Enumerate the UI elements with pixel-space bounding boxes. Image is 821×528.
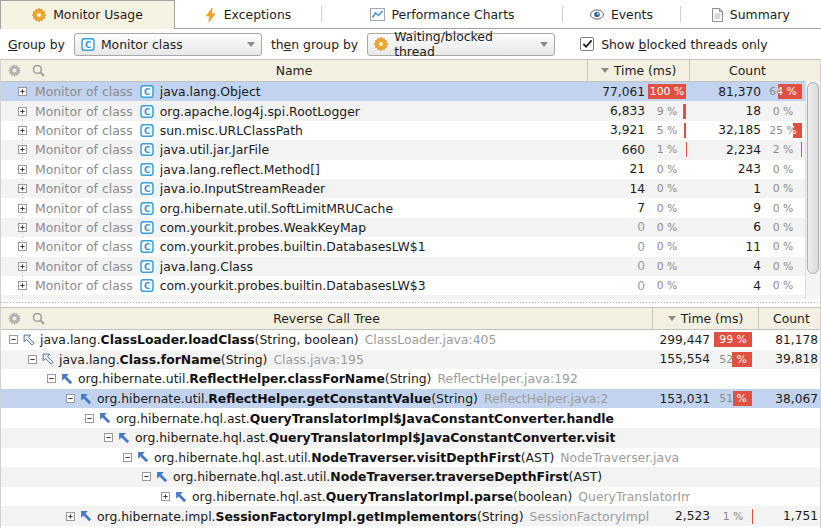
monitor-class-combo[interactable]: C Monitor class (74, 33, 262, 56)
tab-events[interactable]: Events (563, 1, 680, 28)
column-header-reverse-call-tree[interactable]: Reverse Call Tree (1, 311, 652, 326)
tab-summary[interactable]: Summary (681, 1, 821, 28)
tab-monitor-usage[interactable]: Monitor Usage (0, 0, 175, 29)
call-tree-row[interactable]: org.hibernate.hql.ast.QueryTranslatorImp… (1, 408, 820, 428)
check-icon (582, 39, 593, 49)
show-blocked-checkbox[interactable] (580, 37, 594, 51)
class-icon: C (140, 221, 154, 234)
class-icon: C (140, 163, 154, 176)
class-icon: C (140, 124, 154, 137)
call-tree-row[interactable]: org.hibernate.hql.ast.util.NodeTraverser… (1, 467, 820, 487)
method-cell: org.hibernate.hql.ast.QueryTranslatorImp… (9, 411, 690, 426)
percent-badge: 99 %99 % (714, 332, 752, 347)
table-settings-gear-icon[interactable] (8, 64, 21, 77)
call-tree-row[interactable]: org.hibernate.hql.ast.util.NodeTraverser… (1, 448, 820, 468)
table-row[interactable]: Monitor of classCcom.yourkit.probes.buil… (1, 237, 820, 256)
percent-bar: 9 % (683, 104, 686, 119)
call-tree-row[interactable]: org.hibernate.util.ReflectHelper.getCons… (1, 389, 820, 409)
table-row[interactable]: Monitor of classCjava.io.InputStreamRead… (1, 179, 820, 198)
call-tree-row[interactable]: java.lang.ClassLoader.loadClass(String, … (1, 330, 820, 350)
monitor-table-header: Name Time (ms) Count (1, 59, 820, 82)
callback-arrow-icon (80, 510, 92, 522)
table-row[interactable]: Monitor of classCorg.apache.log4j.spi.Ro… (1, 101, 820, 120)
method-name: NodeTraverser.traverseDepthFirst (330, 469, 568, 484)
column-header-count[interactable]: Count (758, 308, 820, 329)
call-tree-row[interactable]: org.hibernate.util.ReflectHelper.classFo… (1, 369, 820, 389)
class-icon: C (140, 279, 154, 292)
column-header-count[interactable]: Count (689, 60, 805, 81)
method-cell: java.lang.ClassLoader.loadClass(String, … (9, 332, 650, 347)
method-cell: java.lang.Class.forName(String)Class.jav… (9, 352, 650, 367)
method-package: java.lang. (40, 332, 101, 347)
scrollbar-thumb[interactable] (807, 82, 819, 274)
table-row[interactable]: Monitor of classCjava.lang.Class00 %40 % (1, 257, 820, 276)
expand-icon[interactable] (85, 414, 94, 423)
table-row[interactable]: Monitor of classCcom.yourkit.probes.Weak… (1, 218, 820, 237)
column-header-name[interactable]: Name (1, 63, 587, 78)
thread-combo[interactable]: Waiting/blocked thread (367, 33, 555, 56)
method-cell: org.hibernate.impl.SessionFactoryImpl.ge… (9, 509, 650, 524)
percent-badge: 0 % (764, 278, 802, 293)
method-package: org.hibernate.util. (78, 371, 189, 386)
tab-exceptions[interactable]: Exceptions (175, 1, 321, 28)
search-icon[interactable] (32, 312, 45, 325)
monitor-of-class-label: Monitor of class (35, 278, 133, 293)
expand-icon[interactable] (9, 335, 18, 344)
monitor-of-class-label: Monitor of class (35, 201, 133, 216)
callback-arrow-icon (80, 393, 92, 405)
tab-label: Summary (730, 7, 790, 22)
percent-badge: 0 % (648, 220, 686, 235)
percent-cell: 0 % (645, 162, 689, 177)
svg-text:C: C (144, 184, 150, 194)
time-value: 14 (587, 182, 645, 196)
callback-arrow-icon (137, 451, 149, 463)
column-header-time[interactable]: Time (ms) (587, 60, 689, 81)
call-tree-header: Reverse Call Tree Time (ms) Count (1, 307, 820, 330)
call-tree-row[interactable]: org.hibernate.impl.SessionFactoryImpl.ge… (1, 506, 820, 526)
class-icon: C (81, 38, 95, 51)
count-value: 81,370 (689, 85, 761, 99)
expand-icon[interactable] (28, 355, 37, 364)
table-row[interactable]: Monitor of classCsun.misc.URLClassPath3,… (1, 121, 820, 140)
svg-text:C: C (144, 126, 150, 136)
table-settings-gear-icon[interactable] (8, 312, 21, 325)
call-tree-row[interactable]: java.lang.Class.forName(String)Class.jav… (1, 350, 820, 370)
expand-icon[interactable] (47, 374, 56, 383)
expand-icon[interactable] (142, 472, 151, 481)
expand-icon[interactable] (161, 492, 170, 501)
table-row[interactable]: Monitor of classCcom.yourkit.probes.buil… (1, 276, 820, 295)
table-row[interactable]: Monitor of classCorg.hibernate.util.Soft… (1, 198, 820, 217)
method-cell: org.hibernate.hql.ast.util.NodeTraverser… (9, 469, 690, 484)
tab-performance-charts[interactable]: Performance Charts (322, 1, 562, 28)
table-row[interactable]: Monitor of classCjava.lang.reflect.Metho… (1, 160, 820, 179)
expand-icon[interactable] (66, 512, 75, 521)
percent-cell: 0 % (645, 181, 689, 196)
expand-icon (18, 204, 27, 213)
monitor-of-class-label: Monitor of class (35, 142, 133, 157)
call-tree-row[interactable]: org.hibernate.hql.ast.QueryTranslatorImp… (1, 428, 820, 448)
column-header-time[interactable]: Time (ms) (652, 308, 758, 329)
search-icon[interactable] (32, 64, 45, 77)
method-name: NodeTraverser.visitDepthFirst (311, 450, 520, 465)
table-row[interactable]: Monitor of classCjava.lang.Object77,0611… (1, 82, 820, 101)
method-name: QueryTranslatorImpl$JavaConstantConverte… (250, 411, 614, 426)
source-location: ClassLoader.java:405 (365, 332, 497, 347)
expand-icon[interactable] (66, 394, 75, 403)
method-package: org.hibernate.hql.ast.util. (154, 450, 311, 465)
expand-icon[interactable] (104, 433, 113, 442)
method-package: org.hibernate.hql.ast. (135, 430, 269, 445)
svg-text:C: C (144, 223, 150, 233)
count-value: 18 (689, 104, 761, 118)
time-value: 2,523 (650, 509, 710, 523)
vertical-scrollbar[interactable] (805, 81, 820, 299)
percent-cell: 52 %52 % (710, 352, 756, 367)
count-value: 4 (689, 279, 761, 293)
call-tree-row[interactable]: org.hibernate.hql.ast.QueryTranslatorImp… (1, 487, 820, 507)
expand-icon[interactable] (123, 453, 132, 462)
expand-icon (18, 281, 27, 290)
table-row[interactable]: Monitor of classCjava.util.jar.JarFile66… (1, 140, 820, 159)
then-group-by-label: then group by (271, 37, 358, 52)
panel-splitter[interactable] (1, 299, 820, 307)
callback-arrow-icon (99, 412, 111, 424)
svg-text:C: C (144, 107, 150, 117)
